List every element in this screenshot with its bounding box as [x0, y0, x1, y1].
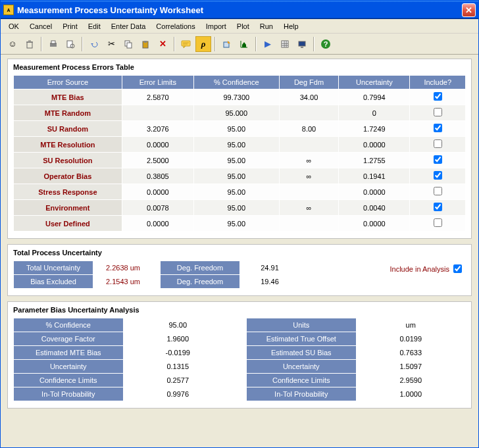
error-source-cell[interactable]: MTE Resolution [14, 137, 122, 152]
rho-icon[interactable]: ρ [195, 36, 211, 52]
paste-icon[interactable] [138, 36, 153, 52]
deg-fdm-cell[interactable]: ∞ [280, 200, 339, 215]
bias-left-value-5[interactable]: 0.9976 [124, 387, 233, 401]
smiley-icon[interactable]: ☺ [5, 36, 20, 52]
uncertainty-cell[interactable]: 0.0000 [339, 137, 409, 152]
uncertainty-cell[interactable]: 1.2755 [339, 153, 409, 168]
deg-freedom-value-2: 19.46 [240, 275, 299, 288]
delete-icon[interactable]: ✕ [155, 36, 170, 52]
error-limits-cell[interactable]: 2.5000 [122, 153, 193, 168]
include-checkbox[interactable] [434, 92, 442, 101]
error-limits-cell[interactable]: 0.0000 [122, 184, 193, 199]
uncertainty-cell[interactable]: 0.0000 [339, 184, 409, 199]
error-source-cell[interactable]: Environment [14, 200, 122, 215]
app-icon: A [3, 5, 14, 15]
error-source-cell[interactable]: User Defined [14, 216, 122, 231]
error-limits-cell[interactable]: 0.0000 [122, 137, 193, 152]
uncertainty-cell[interactable]: 0.7994 [339, 89, 409, 105]
undo-icon[interactable] [86, 36, 102, 52]
comment-icon[interactable] [178, 36, 194, 52]
error-limits-cell[interactable]: 2.5870 [122, 89, 193, 105]
include-checkbox[interactable] [434, 218, 442, 227]
menu-edit[interactable]: Edit [83, 21, 106, 32]
trash-icon[interactable] [22, 36, 38, 52]
menu-print[interactable]: Print [57, 21, 83, 32]
uncertainty-cell[interactable]: 1.7249 [339, 121, 409, 136]
menu-help[interactable]: Help [278, 21, 304, 32]
total-uncertainty-value: 2.2638 um [93, 261, 153, 274]
uncertainty-cell[interactable]: 0.0000 [339, 216, 409, 231]
include-checkbox[interactable] [434, 139, 442, 148]
bias-right-label-3: Uncertainty [247, 360, 356, 373]
deg-fdm-cell[interactable]: 34.00 [280, 89, 339, 105]
menu-correlations[interactable]: Correlations [151, 21, 200, 32]
bias-right-value-2[interactable]: 0.7633 [357, 346, 466, 359]
error-limits-cell[interactable]: 0.3805 [122, 168, 193, 184]
menu-enter-data[interactable]: Enter Data [106, 21, 151, 32]
export-icon[interactable] [219, 36, 235, 52]
close-button[interactable]: ✕ [462, 3, 476, 17]
cut-icon[interactable]: ✂ [103, 36, 119, 52]
bias-right-value-4[interactable]: 2.9590 [357, 374, 466, 387]
pct-confidence-cell[interactable]: 95.00 [194, 153, 279, 168]
deg-fdm-cell[interactable]: ∞ [280, 168, 339, 184]
deg-fdm-cell[interactable] [280, 105, 339, 120]
bias-right-value-5[interactable]: 1.0000 [357, 387, 466, 401]
error-source-cell[interactable]: SU Random [14, 121, 122, 136]
bias-left-value-0[interactable]: 95.00 [124, 318, 233, 332]
bias-left-value-3[interactable]: 0.1315 [124, 360, 233, 373]
deg-fdm-cell[interactable] [280, 184, 339, 199]
bias-right-value-3[interactable]: 1.5097 [357, 360, 466, 373]
pct-confidence-cell[interactable]: 99.7300 [194, 89, 279, 105]
error-source-cell[interactable]: Operator Bias [14, 168, 122, 184]
grid-icon[interactable] [277, 36, 293, 52]
pct-confidence-cell[interactable]: 95.00 [194, 168, 279, 184]
bias-right-value-1[interactable]: 0.0199 [357, 332, 466, 345]
uncertainty-cell[interactable]: 0 [339, 105, 409, 120]
menu-ok[interactable]: OK [3, 21, 24, 32]
deg-fdm-cell[interactable]: ∞ [280, 153, 339, 168]
include-analysis-checkbox[interactable] [453, 264, 462, 273]
uncertainty-cell[interactable]: 0.0040 [339, 200, 409, 215]
screen-icon[interactable] [294, 36, 310, 52]
copy-icon[interactable] [120, 36, 136, 52]
menu-cancel[interactable]: Cancel [24, 21, 57, 32]
bias-left-value-1[interactable]: 1.9600 [124, 332, 233, 345]
error-source-cell[interactable]: MTE Bias [14, 89, 122, 105]
pct-confidence-cell[interactable]: 95.00 [194, 200, 279, 215]
pct-confidence-cell[interactable]: 95.00 [194, 184, 279, 199]
bias-left-value-2[interactable]: -0.0199 [124, 346, 233, 359]
include-checkbox[interactable] [434, 203, 442, 211]
error-source-cell[interactable]: MTE Random [14, 105, 122, 120]
pct-confidence-cell[interactable]: 95.00 [194, 121, 279, 136]
deg-fdm-cell[interactable]: 8.00 [280, 121, 339, 136]
bias-right-value-0[interactable]: um [357, 318, 466, 332]
deg-fdm-cell[interactable] [280, 137, 339, 152]
bias-left-label-0: % Confidence [14, 318, 123, 332]
error-source-cell[interactable]: Stress Response [14, 184, 122, 199]
chart-icon[interactable] [236, 36, 252, 52]
bias-left-value-4[interactable]: 0.2577 [124, 374, 233, 387]
pct-confidence-cell[interactable]: 95.00 [194, 137, 279, 152]
help-icon[interactable]: ? [318, 36, 334, 52]
error-source-cell[interactable]: SU Resolution [14, 153, 122, 168]
include-checkbox[interactable] [434, 171, 442, 180]
error-limits-cell[interactable] [122, 105, 193, 120]
menu-run[interactable]: Run [255, 21, 278, 32]
pct-confidence-cell[interactable]: 95.00 [194, 216, 279, 231]
include-checkbox[interactable] [434, 187, 442, 195]
play-icon[interactable]: ▶ [260, 36, 276, 52]
deg-fdm-cell[interactable] [280, 216, 339, 231]
include-checkbox[interactable] [434, 108, 442, 116]
pct-confidence-cell[interactable]: 95.000 [194, 105, 279, 120]
print-preview-icon[interactable] [63, 36, 78, 52]
error-limits-cell[interactable]: 0.0000 [122, 216, 193, 231]
error-limits-cell[interactable]: 3.2076 [122, 121, 193, 136]
include-checkbox[interactable] [434, 155, 442, 164]
menu-import[interactable]: Import [201, 21, 232, 32]
menu-plot[interactable]: Plot [232, 21, 255, 32]
include-checkbox[interactable] [434, 124, 442, 132]
error-limits-cell[interactable]: 0.0078 [122, 200, 193, 215]
uncertainty-cell[interactable]: 0.1941 [339, 168, 409, 184]
print-icon[interactable] [45, 36, 61, 52]
